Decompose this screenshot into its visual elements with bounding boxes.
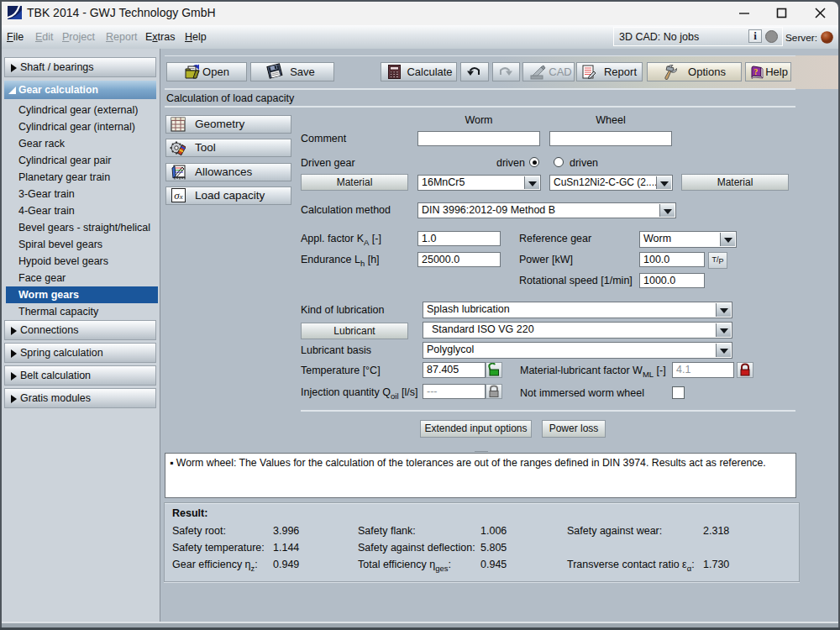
svg-text:?: ? bbox=[754, 68, 759, 76]
